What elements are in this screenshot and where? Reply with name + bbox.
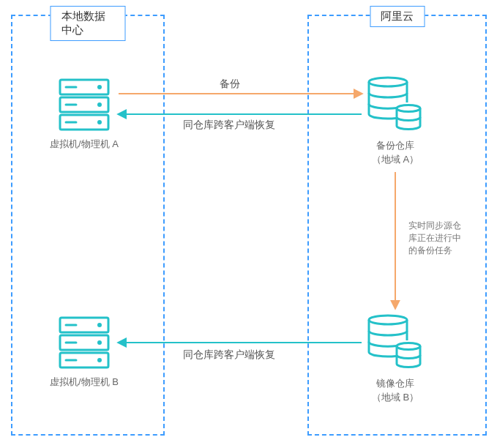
edge-restore-b-label: 同仓库跨客户端恢复	[183, 348, 275, 362]
vm-b-label: 虚拟机/物理机 B	[29, 376, 139, 389]
vm-a-label: 虚拟机/物理机 A	[29, 138, 139, 152]
edge-restore-a-label: 同仓库跨客户端恢复	[183, 119, 275, 132]
svg-point-18	[369, 78, 407, 86]
vault-a-label: 备份仓库 （地域 A）	[340, 139, 450, 167]
vault-b-line1: 镜像仓库	[376, 378, 414, 389]
vault-b-line2: （地域 B）	[372, 392, 419, 403]
local-box-title: 本地数据中心	[51, 6, 126, 41]
vault-a-line2: （地域 A）	[372, 154, 419, 165]
svg-point-20	[369, 316, 407, 324]
svg-point-7	[97, 102, 102, 107]
svg-point-21	[397, 343, 420, 350]
svg-point-17	[97, 358, 102, 362]
edge-sync-label: 实时同步源仓库正在进行中的备份任务	[408, 220, 467, 256]
server-icon	[59, 316, 110, 369]
server-icon	[59, 78, 110, 131]
svg-point-15	[97, 323, 102, 327]
svg-point-8	[97, 120, 102, 124]
svg-point-16	[97, 340, 102, 345]
svg-point-19	[397, 105, 420, 112]
svg-point-6	[97, 85, 102, 89]
cloud-box-title: 阿里云	[370, 6, 425, 27]
database-icon	[366, 314, 423, 371]
vault-a-line1: 备份仓库	[376, 140, 414, 151]
vault-b-label: 镜像仓库 （地域 B）	[340, 377, 450, 405]
diagram-canvas: 本地数据中心 阿里云 虚拟机/物理机 A	[0, 0, 497, 448]
edge-backup-label: 备份	[220, 78, 240, 91]
database-icon	[366, 76, 423, 133]
